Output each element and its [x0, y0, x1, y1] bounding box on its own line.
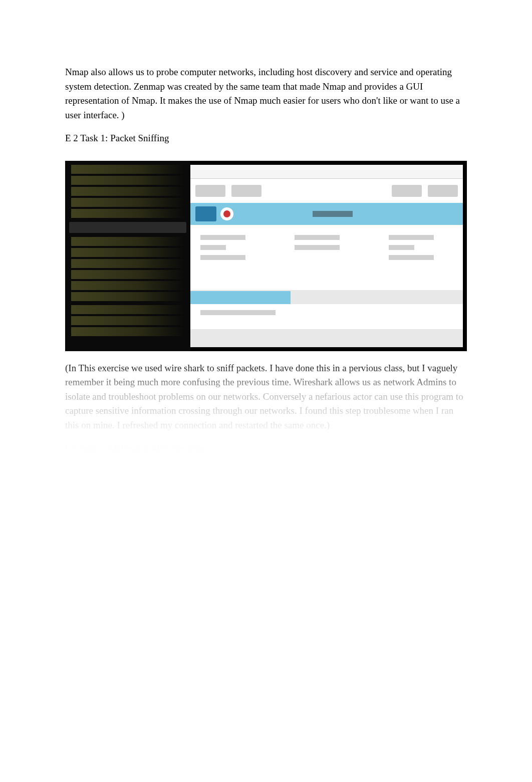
body-paragraph: (In This exercise we used wire shark to …	[65, 361, 467, 433]
screenshot-main-panel	[190, 165, 463, 347]
body-paragraph: Nmap also allows us to probe computer ne…	[65, 65, 467, 122]
section-heading: E3 Task 1: ARPwatch ARP Spoofing	[65, 441, 467, 456]
faded-preview-section: (In This exercise we used wire shark to …	[65, 361, 467, 456]
screenshot-sidebar	[65, 161, 190, 351]
section-heading: E 2 Task 1: Packet Sniffing	[65, 131, 467, 146]
embedded-screenshot	[65, 161, 467, 351]
